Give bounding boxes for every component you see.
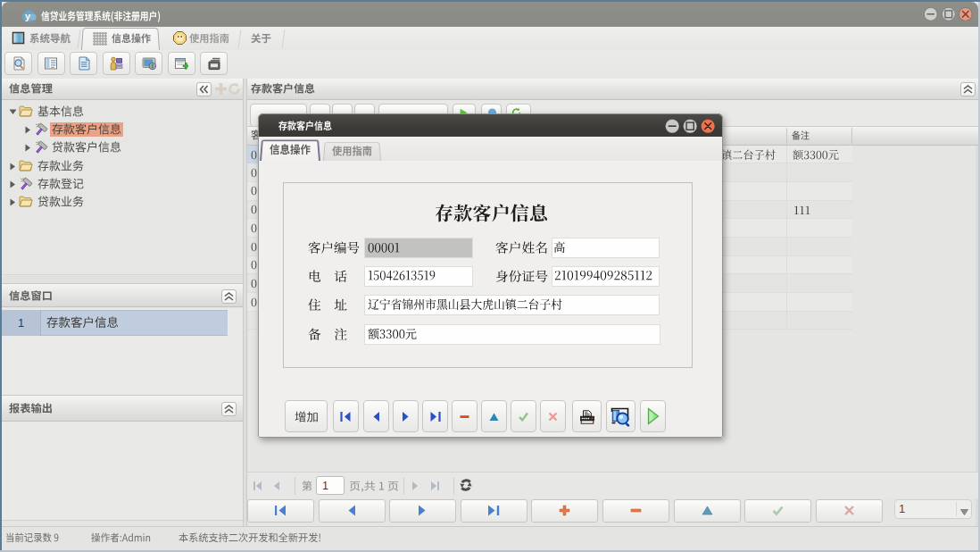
svg-text:y: y <box>25 11 31 21</box>
